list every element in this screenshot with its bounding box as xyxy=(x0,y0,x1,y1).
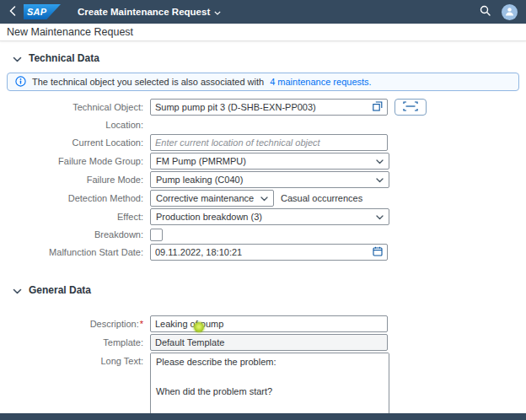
failure-mode-group-value: FM Pump (PMRMPU) xyxy=(156,156,246,166)
description-label: Description:* xyxy=(0,319,150,329)
section-general-data: General Data Description:* Template: xyxy=(0,262,526,420)
calendar-icon[interactable] xyxy=(373,245,383,260)
detection-method-value: Corrective maintenance xyxy=(156,193,254,203)
section-technical-data: Technical Data The technical object you … xyxy=(0,41,526,261)
sap-logo: SAP xyxy=(24,4,61,19)
long-text-label: Long Text: xyxy=(0,353,150,366)
barcode-scan-icon xyxy=(403,101,418,114)
section-collapse-icon xyxy=(13,283,22,298)
avatar[interactable] xyxy=(502,4,518,20)
value-help-icon[interactable] xyxy=(373,100,383,115)
form-row: Technical Object: xyxy=(0,99,526,116)
section-collapse-icon xyxy=(13,51,22,66)
form-row: Detection Method: Corrective maintenance… xyxy=(0,190,526,207)
malfunction-start-date-field xyxy=(150,244,388,261)
technical-object-label: Technical Object: xyxy=(0,102,150,112)
failure-mode-group-select[interactable]: FM Pump (PMRMPU) xyxy=(150,153,389,170)
general-data-form: Description:* Template: Lo xyxy=(0,315,526,420)
current-location-label: Current Location: xyxy=(0,137,150,148)
chevron-down-icon xyxy=(260,193,268,203)
location-label: Location: xyxy=(0,120,150,130)
page-title-bar: New Maintenance Request xyxy=(0,24,526,41)
sap-logo-text: SAP xyxy=(27,7,46,17)
chevron-left-icon xyxy=(9,6,16,19)
form-row: Location: xyxy=(0,117,526,132)
barcode-scan-button[interactable] xyxy=(394,99,427,116)
failure-mode-select[interactable]: Pump leaking (C040) xyxy=(150,171,389,188)
current-location-input[interactable] xyxy=(155,135,383,150)
failure-mode-group-label: Failure Mode Group: xyxy=(0,156,150,166)
malfunction-start-date-input[interactable] xyxy=(155,245,373,260)
section-header-general-data[interactable]: General Data xyxy=(0,262,526,304)
template-field xyxy=(150,334,388,351)
detection-method-note: Casual occurrences xyxy=(281,193,362,203)
info-message-text: The technical object you selected is als… xyxy=(32,77,264,87)
chevron-down-icon xyxy=(214,7,221,17)
section-title: Technical Data xyxy=(29,52,99,64)
effect-label: Effect: xyxy=(0,212,150,222)
form-row: Failure Mode Group: FM Pump (PMRMPU) xyxy=(0,153,526,170)
description-input[interactable] xyxy=(155,316,383,331)
breakdown-label: Breakdown: xyxy=(0,229,150,240)
section-title: General Data xyxy=(29,284,91,296)
effect-select[interactable]: Production breakdown (3) xyxy=(150,208,389,225)
shell-bar: SAP Create Maintenance Request xyxy=(0,0,526,24)
technical-data-form: Technical Object: Lo xyxy=(0,99,526,261)
chevron-down-icon xyxy=(376,212,384,222)
required-indicator: * xyxy=(140,319,143,329)
app-title-menu[interactable]: Create Maintenance Request xyxy=(72,6,226,18)
effect-value: Production breakdown (3) xyxy=(156,212,262,222)
maintenance-requests-link[interactable]: 4 maintenance requests. xyxy=(270,77,371,87)
section-header-technical-data[interactable]: Technical Data xyxy=(0,41,526,72)
chevron-down-icon xyxy=(376,175,384,185)
template-input[interactable] xyxy=(155,335,383,350)
chevron-down-icon xyxy=(376,156,384,166)
form-row: Malfunction Start Date: xyxy=(0,244,526,261)
technical-object-input[interactable] xyxy=(155,100,373,115)
app-title-text: Create Maintenance Request xyxy=(78,7,210,17)
form-row: Failure Mode: Pump leaking (C040) xyxy=(0,171,526,188)
search-button[interactable] xyxy=(480,5,491,19)
failure-mode-label: Failure Mode: xyxy=(0,175,150,185)
template-label: Template: xyxy=(0,337,150,347)
detection-method-label: Detection Method: xyxy=(0,193,150,203)
person-icon xyxy=(505,6,514,19)
description-field xyxy=(150,315,388,332)
search-icon xyxy=(480,5,491,19)
form-row: Current Location: xyxy=(0,134,526,151)
info-icon xyxy=(15,76,26,89)
footer-bar xyxy=(0,413,526,420)
back-button[interactable] xyxy=(5,4,24,20)
form-row: Template: xyxy=(0,334,526,351)
long-text-textarea[interactable]: Please describe the problem: When did th… xyxy=(150,353,389,420)
malfunction-start-date-label: Malfunction Start Date: xyxy=(0,247,150,257)
failure-mode-value: Pump leaking (C040) xyxy=(156,175,243,185)
form-row: Breakdown: xyxy=(0,227,526,242)
form-row: Long Text: Please describe the problem: … xyxy=(0,353,526,420)
info-message-strip: The technical object you selected is als… xyxy=(7,73,519,91)
form-row: Effect: Production breakdown (3) xyxy=(0,208,526,225)
app-window: SAP Create Maintenance Request xyxy=(0,0,526,420)
page-title: New Maintenance Request xyxy=(7,26,133,38)
breakdown-checkbox[interactable] xyxy=(150,229,163,241)
detection-method-select[interactable]: Corrective maintenance xyxy=(150,190,274,207)
technical-object-field xyxy=(150,99,388,116)
form-row: Description:* xyxy=(0,315,526,332)
current-location-field xyxy=(150,134,388,151)
